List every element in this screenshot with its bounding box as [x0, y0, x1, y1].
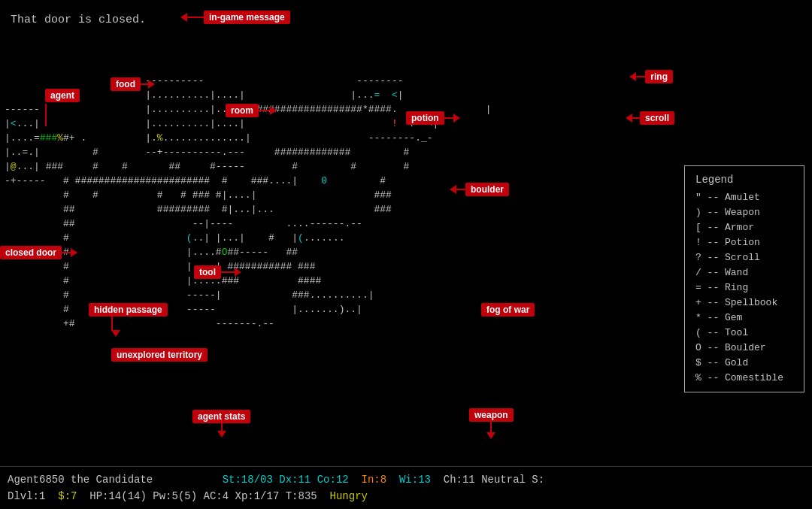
- stat-in: In:8: [362, 474, 387, 486]
- legend-box: Legend " -- Amulet ) -- Weapon [ -- Armo…: [684, 165, 804, 392]
- legend-item-0: " -- Amulet: [695, 190, 793, 205]
- legend-item-3: ! -- Potion: [695, 235, 793, 250]
- legend-title: Legend: [695, 172, 793, 187]
- legend-item-8: * -- Gem: [695, 311, 793, 326]
- stat-wi: Wi:13: [399, 474, 431, 486]
- map-line-8: -+----- # ####################### # ###.…: [5, 175, 386, 186]
- legend-item-7: + -- Spellbook: [695, 295, 793, 311]
- map-line-5: |....=###%#+ . |.%..............| ------…: [5, 132, 433, 144]
- hp-pw-ac-xp: HP:14(14) Pw:5(5) AC:4 Xp:1/17 T:835: [89, 490, 317, 502]
- map-line-11: ## --|---- ....------.--: [5, 218, 362, 229]
- map-area: ---------- -------- |..........|....| |.…: [0, 45, 647, 359]
- map-line-10: ## ######### #|...|... ###: [5, 204, 392, 215]
- ann-label-weapon: weapon: [469, 408, 514, 422]
- map-line-18: +# -------.--: [5, 318, 274, 329]
- stat-st: St:18/03 Dx:11 Co:12: [223, 474, 349, 486]
- map-line-2: |..........|....| |...= <|: [5, 89, 404, 101]
- map-line-15: # |.....### ####: [5, 275, 321, 286]
- legend-item-11: $ -- Gold: [695, 356, 793, 371]
- legend-item-10: O -- Boulder: [695, 341, 793, 356]
- dlvl: Dlvl:1: [8, 490, 45, 502]
- map-line-14: # |....| ########### ###: [5, 261, 315, 272]
- status-line2: Dlvl:1 $:7 HP:14(14) Pw:5(5) AC:4 Xp:1/1…: [8, 488, 804, 504]
- map-line-9: # # # # ### #|....| ###: [5, 189, 392, 201]
- annotation-agent-stats: agent stats: [192, 410, 250, 438]
- top-message: That door is closed.: [11, 14, 146, 26]
- ann-label-in-game-message: in-game message: [204, 11, 290, 24]
- ann-label-agent-stats: agent stats: [192, 410, 250, 423]
- status-bar: Agent6850 the Candidate St:18/03 Dx:11 C…: [0, 466, 812, 509]
- map-line-7: |@...| ### # # ## #----- # # #: [5, 161, 409, 172]
- game-area: That door is closed. in-game message ---…: [0, 0, 812, 509]
- status-line1: Agent6850 the Candidate St:18/03 Dx:11 C…: [8, 471, 804, 488]
- map-line-3: ------ |..........|....| ###############…: [5, 104, 492, 115]
- legend-item-4: ? -- Scroll: [695, 250, 793, 265]
- legend-item-9: ( -- Tool: [695, 326, 793, 341]
- annotation-in-game-message: in-game message: [180, 11, 290, 24]
- legend-item-12: % -- Comestible: [695, 371, 793, 386]
- stat-ch-neutral: Ch:11 Neutral S:: [444, 474, 544, 486]
- map-line-16: # -----| ###..........|: [5, 289, 374, 301]
- map-line-17: # ----- |.......)..|: [5, 304, 362, 315]
- hungry-status: Hungry: [330, 490, 368, 502]
- annotation-weapon: weapon: [469, 408, 514, 439]
- legend-item-6: = -- Ring: [695, 280, 793, 295]
- map-line-12: # (..| |...| # |(.......: [5, 232, 345, 244]
- legend-item-5: / -- Wand: [695, 265, 793, 280]
- map-line-4: |<...| |..........|....| ! ? <|: [5, 118, 438, 129]
- ann-label-ring: ring: [645, 70, 673, 83]
- agent-name: Agent6850 the Candidate: [8, 474, 153, 486]
- map-line-6: |..=.| # --+----------.--- #############…: [5, 147, 409, 158]
- message-text: That door is closed.: [11, 14, 146, 26]
- gold-stat: $:7: [58, 490, 77, 502]
- legend-item-2: [ -- Armor: [695, 220, 793, 235]
- legend-item-1: ) -- Weapon: [695, 205, 793, 220]
- map-line-1: ---------- --------: [5, 75, 404, 86]
- map-line-13: # |....#O##----- ##: [5, 247, 298, 258]
